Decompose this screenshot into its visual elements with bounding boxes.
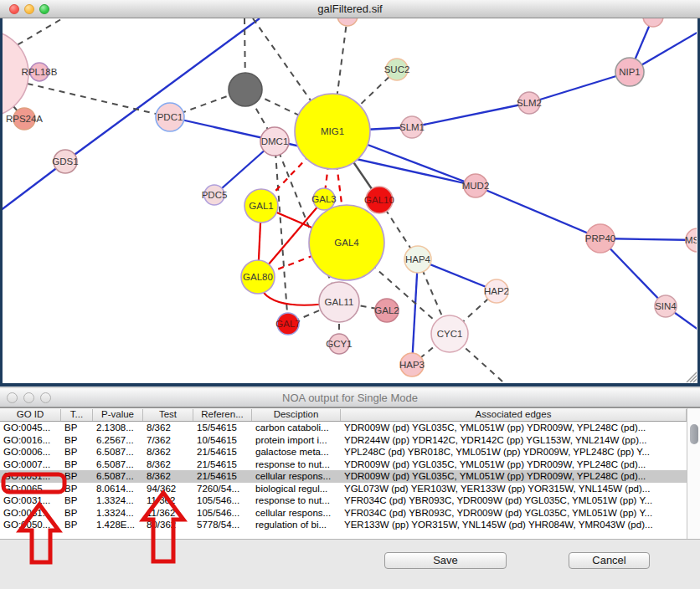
column-header[interactable]: Referen... [193, 409, 252, 421]
table-row[interactable]: GO:0050...BP1.428E...80/3625778/54...reg… [0, 519, 687, 531]
table-cell: GO:0045... [0, 422, 61, 434]
table-row[interactable]: GO:0065...BP8.0614...94/3627260/54...bio… [0, 483, 687, 495]
node-CYC1[interactable]: CYC1 [431, 315, 468, 352]
column-header[interactable]: GO ID [0, 409, 61, 421]
node-label: DMC1 [261, 136, 289, 146]
node-PRP40[interactable]: PRP40 [585, 224, 615, 253]
node-GAL3[interactable]: GAL3 [311, 188, 336, 210]
table-cell: 6.5087... [93, 446, 143, 458]
node-topnode1[interactable] [337, 18, 358, 26]
node-GAL1[interactable]: GAL1 [244, 189, 278, 223]
save-button[interactable]: Save [384, 552, 507, 569]
table-row[interactable]: GO:0031...BP1.3324...11/362105/546...cel… [0, 507, 687, 520]
table-cell: YDR244W (pp) YDR142C, YDR142C (pp) YGL15… [341, 434, 687, 447]
node-label: MSL1 [685, 235, 697, 245]
node-label: CYC1 [437, 329, 463, 339]
node-label: GDS1 [52, 156, 78, 166]
table-cell: protein import i... [252, 434, 341, 447]
column-header[interactable]: Associated edges [341, 409, 687, 421]
column-header[interactable]: T... [61, 409, 93, 421]
table-row[interactable]: GO:0007...BP6.5087...8/36221/54615respon… [0, 458, 687, 471]
node-GAL2[interactable]: GAL2 [374, 299, 399, 322]
node-SLM2[interactable]: SLM2 [517, 92, 542, 114]
noa-window-titlebar[interactable]: NOA output for Single Mode [0, 387, 700, 407]
table-cell: 105/546... [193, 507, 252, 520]
network-window-titlebar[interactable]: galFiltered.sif [0, 0, 700, 18]
table-cell: galactose meta... [252, 446, 341, 458]
table-cell: 94/362 [143, 483, 193, 495]
node-DMC1[interactable]: DMC1 [260, 127, 289, 156]
table-cell: GO:0050... [0, 519, 61, 531]
table-row[interactable]: GO:0006...BP6.5087...8/36221/54615galact… [0, 446, 687, 458]
node-topnode2[interactable] [643, 18, 663, 27]
table-cell: 8.0614... [93, 483, 143, 495]
node-MSL1[interactable]: MSL1 [685, 228, 697, 252]
table-cell: YFR034C (pd) YBR093C, YDR009W (pd) YGL03… [341, 507, 687, 520]
node-MUD2[interactable]: MUD2 [462, 174, 490, 197]
table-cell: biological regul... [252, 483, 341, 495]
vertical-scrollbar[interactable] [687, 408, 700, 539]
table-cell: BP [61, 519, 93, 531]
table-cell: YDR009W (pd) YGL035C, YML051W (pp) YDR00… [341, 422, 687, 434]
node-PDC1[interactable]: PDC1 [156, 103, 184, 131]
table-cell: 1.3324... [93, 507, 143, 520]
node-SIN4[interactable]: SIN4 [655, 295, 677, 317]
node-label: GAL11 [325, 297, 354, 307]
node-GAL11[interactable]: GAL11 [319, 282, 359, 322]
node-GAL10[interactable]: GAL10 [364, 187, 394, 213]
table-cell: 8/362 [143, 458, 193, 471]
node-GAL4[interactable]: GAL4 [309, 205, 384, 280]
network-graph[interactable]: RPL18BRPS24AGDS1PDC1DMC1MIG1SUC2SLM1SLM2… [3, 18, 697, 383]
column-header[interactable]: Desciption [252, 409, 341, 421]
table-cell: GO:0016... [0, 434, 61, 447]
table-cell: response to nut... [252, 494, 341, 507]
table-cell: 10/54615 [193, 434, 252, 447]
table-cell: GO:0031... [0, 494, 61, 507]
node-HAP4[interactable]: HAP4 [404, 246, 431, 273]
table-cell: YDR009W (pd) YGL035C, YML051W (pp) YDR00… [341, 458, 687, 471]
node-GCY1[interactable]: GCY1 [326, 334, 352, 354]
edge [476, 186, 600, 238]
node-RPS24A[interactable]: RPS24A [6, 108, 43, 130]
table-header: GO IDT...P-valueTestReferen...Desciption… [0, 408, 700, 422]
node-GAL80[interactable]: GAL80 [241, 260, 275, 294]
table-cell: GO:0065... [0, 483, 61, 495]
node-label: GAL3 [311, 194, 336, 204]
table-cell: BP [61, 446, 93, 458]
table-cell: YGL073W (pd) YER103W, YER133W (pp) YOR31… [341, 483, 687, 495]
node-label: GAL10 [364, 195, 394, 205]
table-cell: carbon cataboli... [252, 422, 341, 434]
node-GDS1[interactable]: GDS1 [52, 150, 78, 173]
table-row[interactable]: GO:0031...BP1.3324...11/362105/546...res… [0, 494, 687, 507]
network-canvas[interactable]: RPL18BRPS24AGDS1PDC1DMC1MIG1SUC2SLM1SLM2… [0, 18, 700, 387]
edge [412, 259, 418, 365]
scrollbar-thumb[interactable] [690, 424, 698, 444]
table-row[interactable]: GO:0031...BP6.5087...8/36221/54615cellul… [0, 470, 687, 483]
table-cell: 8/362 [143, 446, 193, 458]
column-header[interactable]: P-value [93, 409, 143, 421]
node-label: RPS24A [6, 114, 43, 124]
table-cell: 8/362 [143, 422, 193, 434]
table-row[interactable]: GO:0045...BP2.1308...8/36215/54615carbon… [0, 422, 687, 434]
node-GAL7[interactable]: GAL7 [275, 313, 300, 335]
table-cell: YDR009W (pd) YGL035C, YML051W (pp) YDR00… [341, 470, 687, 483]
node-label: PDC1 [157, 112, 183, 122]
table-cell: BP [61, 483, 93, 495]
node-label: PRP40 [585, 233, 615, 243]
node-HAP2[interactable]: HAP2 [484, 279, 509, 303]
table-cell: 11/362 [143, 494, 193, 507]
cancel-button[interactable]: Cancel [569, 552, 650, 569]
node-MIG1[interactable]: MIG1 [295, 94, 370, 169]
table-cell: BP [61, 470, 93, 483]
node-gray1[interactable] [229, 73, 262, 106]
window-title: NOA output for Single Mode [0, 392, 700, 404]
table-row[interactable]: GO:0016...BP6.2567...7/36210/54615protei… [0, 434, 687, 447]
node-NIP1[interactable]: NIP1 [615, 58, 644, 86]
node-label: PDC5 [202, 190, 228, 200]
node-label: HAP3 [399, 360, 425, 370]
node-HAP3[interactable]: HAP3 [399, 353, 425, 376]
table-cell: GO:0031... [0, 470, 61, 483]
column-header[interactable]: Test [143, 409, 193, 421]
node-label: HAP2 [484, 286, 509, 296]
node-SLM1[interactable]: SLM1 [399, 116, 425, 138]
